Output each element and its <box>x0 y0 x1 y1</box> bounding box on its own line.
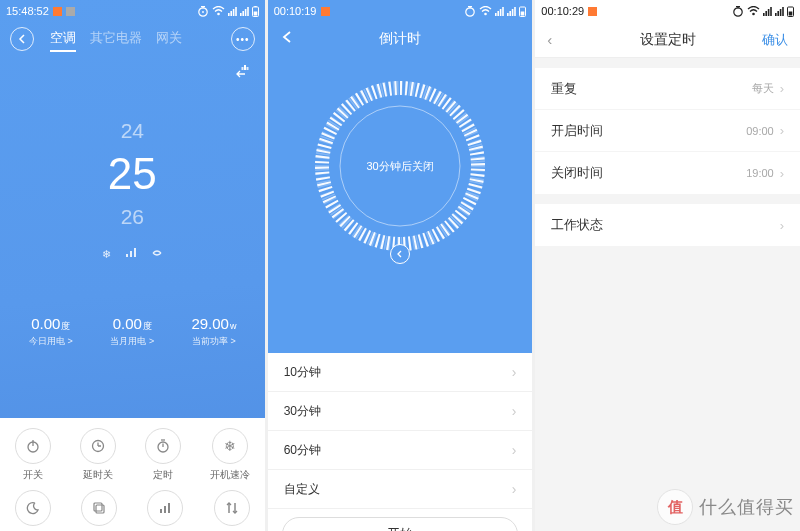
svg-rect-60 <box>775 13 777 16</box>
svg-rect-44 <box>510 11 512 16</box>
back-button[interactable] <box>278 30 296 48</box>
svg-rect-32 <box>168 503 170 513</box>
snowflake-icon: ❄ <box>102 248 111 261</box>
stat-today[interactable]: 0.00度 今日用电 > <box>10 315 92 348</box>
status-bar: 15:48:52 <box>0 0 265 22</box>
stats-row: 0.00度 今日用电 > 0.00度 当月用电 > 29.00w 当前功率 > <box>0 315 265 348</box>
svg-point-4 <box>217 13 220 16</box>
fan-speed-button[interactable] <box>147 490 183 526</box>
page-title: 设置定时 <box>640 31 696 49</box>
svg-rect-42 <box>503 7 505 16</box>
svg-rect-45 <box>512 9 514 16</box>
countdown-options: 10分钟› 30分钟› 60分钟› 自定义› <box>268 353 533 509</box>
status-bar: 00:10:29 <box>535 0 800 22</box>
option-custom[interactable]: 自定义› <box>268 470 533 509</box>
status-icons <box>464 6 526 17</box>
schedule-screen: 00:10:29 ‹ 设置定时 确认 重复 每天› 开启时间 09:00› 关闭… <box>535 0 800 531</box>
timer-button[interactable]: 定时 <box>145 428 181 482</box>
svg-rect-15 <box>254 6 256 7</box>
svg-point-3 <box>202 11 204 13</box>
watermark-text: 什么值得买 <box>699 495 794 519</box>
chevron-right-icon: › <box>780 81 784 96</box>
nav-bar: 倒计时 <box>268 22 533 56</box>
row-work-state[interactable]: 工作状态 › <box>535 204 800 246</box>
svg-rect-20 <box>130 251 132 257</box>
status-indicator-icon <box>321 7 330 16</box>
svg-rect-29 <box>96 505 104 513</box>
chevron-right-icon: › <box>780 166 784 181</box>
nav-bar: 空调 其它电器 网关 ••• <box>0 22 265 56</box>
stat-power[interactable]: 29.00w 当前功率 > <box>173 315 255 348</box>
chevron-right-icon: › <box>780 218 784 233</box>
svg-rect-57 <box>765 11 767 16</box>
fast-cool-button[interactable]: ❄ 开机速冷 <box>210 428 250 482</box>
swing-button[interactable] <box>81 490 117 526</box>
status-icons <box>197 6 259 17</box>
fan-speed-icon <box>125 248 137 261</box>
svg-rect-19 <box>126 254 128 257</box>
svg-rect-30 <box>160 509 162 513</box>
back-button[interactable] <box>10 27 34 51</box>
dial-handle[interactable] <box>390 244 410 264</box>
tab-ac[interactable]: 空调 <box>50 29 76 50</box>
row-repeat[interactable]: 重复 每天› <box>535 68 800 110</box>
sleep-button[interactable] <box>15 490 51 526</box>
status-indicator-icon <box>66 7 75 16</box>
svg-rect-61 <box>777 11 779 16</box>
option-30min[interactable]: 30分钟› <box>268 392 533 431</box>
confirm-button[interactable]: 确认 <box>762 31 788 49</box>
status-time: 15:48:52 <box>6 5 49 17</box>
svg-rect-11 <box>244 9 246 16</box>
svg-rect-63 <box>782 7 784 16</box>
temperature-picker[interactable]: 24 25 26 <box>0 86 265 234</box>
svg-rect-10 <box>242 11 244 16</box>
svg-point-38 <box>485 13 488 16</box>
temp-value-below: 26 <box>0 200 265 234</box>
vertical-swing-button[interactable] <box>214 490 250 526</box>
start-button[interactable]: 开始 <box>282 517 519 531</box>
power-button[interactable]: 开关 <box>15 428 51 482</box>
svg-point-35 <box>466 7 474 15</box>
status-time: 00:10:29 <box>541 5 584 17</box>
chevron-right-icon: › <box>780 123 784 138</box>
chevron-right-icon: › <box>512 442 517 458</box>
tab-other[interactable]: 其它电器 <box>90 29 142 50</box>
svg-rect-40 <box>498 11 500 16</box>
svg-rect-39 <box>495 13 497 16</box>
mode-indicators: ❄ <box>0 234 265 261</box>
svg-rect-16 <box>244 65 246 70</box>
page-title: 倒计时 <box>379 30 421 48</box>
temp-value-current: 25 <box>0 148 265 201</box>
svg-rect-59 <box>770 7 772 16</box>
settings-group-1: 重复 每天› 开启时间 09:00› 关闭时间 19:00› <box>535 68 800 194</box>
svg-point-52 <box>734 7 742 15</box>
ac-control-screen: 15:48:52 空调 其它电器 网关 ••• 24 25 26 ❄ <box>0 0 265 531</box>
bottom-controls: 开关 延时关 定时 ❄ 开机速冷 <box>0 418 265 531</box>
status-indicator-icon <box>53 7 62 16</box>
swing-mode-icon <box>151 248 163 261</box>
delay-off-button[interactable]: 延时关 <box>80 428 116 482</box>
svg-rect-6 <box>230 11 232 16</box>
watermark: 值 什么值得买 <box>657 489 794 525</box>
stat-month[interactable]: 0.00度 当月用电 > <box>92 315 174 348</box>
option-10min[interactable]: 10分钟› <box>268 353 533 392</box>
dial-label: 30分钟后关闭 <box>366 159 433 174</box>
tab-gateway[interactable]: 网关 <box>156 29 182 50</box>
svg-rect-5 <box>228 13 230 16</box>
countdown-dial[interactable]: 30分钟后关闭 <box>310 76 490 256</box>
row-on-time[interactable]: 开启时间 09:00› <box>535 110 800 152</box>
chevron-right-icon: › <box>512 364 517 380</box>
chevron-right-icon: › <box>512 481 517 497</box>
option-60min[interactable]: 60分钟› <box>268 431 533 470</box>
svg-rect-12 <box>247 7 249 16</box>
watermark-logo: 值 <box>657 489 693 525</box>
swing-indicator-icon <box>0 56 265 86</box>
row-off-time[interactable]: 关闭时间 19:00› <box>535 152 800 194</box>
svg-rect-56 <box>763 13 765 16</box>
back-button[interactable]: ‹ <box>547 31 552 48</box>
svg-rect-21 <box>134 248 136 257</box>
svg-rect-8 <box>235 7 237 16</box>
settings-group-2: 工作状态 › <box>535 204 800 246</box>
svg-rect-62 <box>780 9 782 16</box>
more-button[interactable]: ••• <box>231 27 255 51</box>
